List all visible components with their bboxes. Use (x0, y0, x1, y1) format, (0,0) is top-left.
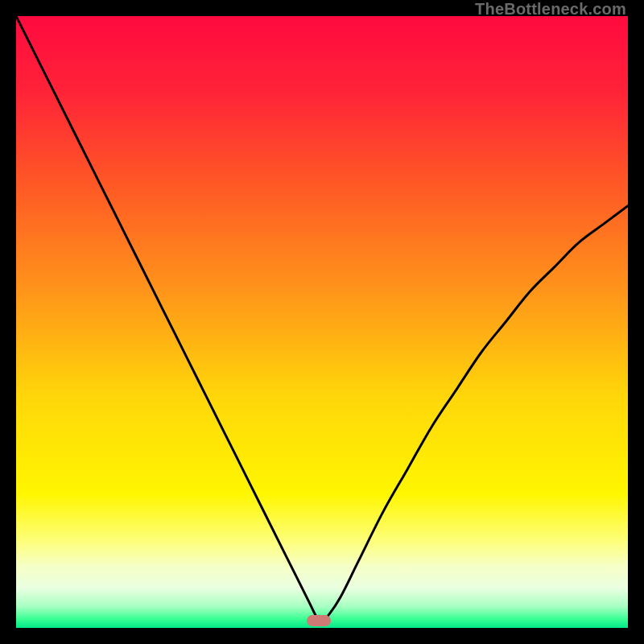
optimal-marker (307, 615, 331, 626)
plot-area (16, 16, 628, 628)
bottleneck-chart (16, 16, 628, 628)
gradient-background (16, 16, 628, 628)
chart-frame: TheBottleneck.com (0, 0, 644, 644)
